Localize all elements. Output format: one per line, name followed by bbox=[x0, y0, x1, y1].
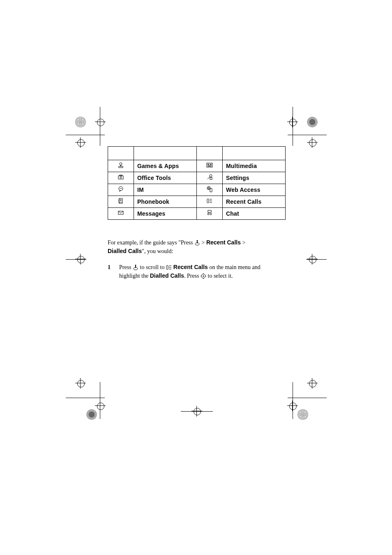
table-row: Office Tools Settings bbox=[108, 172, 286, 184]
phonebook-icon bbox=[118, 198, 124, 204]
text: Press bbox=[119, 264, 133, 270]
svg-rect-26 bbox=[135, 265, 136, 268]
joystick-icon bbox=[118, 162, 124, 168]
crosshair-icon bbox=[95, 401, 106, 411]
svg-point-21 bbox=[210, 213, 212, 215]
center-key-icon bbox=[201, 273, 206, 279]
registration-bar bbox=[288, 398, 327, 398]
menu-label: Messages bbox=[137, 210, 166, 217]
svg-point-9 bbox=[120, 177, 122, 178]
svg-rect-6 bbox=[208, 166, 212, 166]
menu-label: Multimedia bbox=[226, 163, 257, 169]
text: to scroll to bbox=[138, 264, 166, 270]
svg-point-13 bbox=[120, 188, 120, 189]
nav-key-icon bbox=[194, 240, 200, 245]
crosshair-icon bbox=[307, 137, 318, 148]
body-text: For example, if the guide says "Press > … bbox=[108, 238, 264, 280]
svg-point-20 bbox=[208, 213, 209, 215]
registration-bar bbox=[66, 135, 105, 135]
registration-disc bbox=[86, 409, 97, 420]
menu-label: Games & Apps bbox=[137, 163, 179, 169]
multimedia-icon bbox=[206, 162, 213, 168]
menu-label: Phonebook bbox=[137, 198, 169, 205]
registration-disc bbox=[75, 117, 86, 127]
text: > bbox=[241, 240, 245, 246]
speech-bubble-icon bbox=[118, 186, 124, 192]
bold-text: Dialled Calls bbox=[108, 248, 142, 254]
step-number: 1 bbox=[108, 263, 119, 280]
text: to select it. bbox=[206, 273, 233, 279]
svg-rect-8 bbox=[120, 175, 122, 176]
envelope-icon bbox=[118, 210, 124, 216]
registration-bar bbox=[181, 411, 213, 412]
svg-point-18 bbox=[120, 200, 122, 201]
handset-log-icon bbox=[206, 198, 213, 204]
registration-bar bbox=[306, 259, 327, 260]
crosshair-icon bbox=[287, 401, 298, 411]
svg-point-14 bbox=[120, 188, 121, 189]
svg-rect-22 bbox=[208, 210, 211, 212]
registration-bar bbox=[66, 398, 105, 398]
text: > bbox=[200, 240, 206, 246]
text: ", you would: bbox=[142, 248, 173, 254]
table-header-row bbox=[108, 147, 286, 160]
crosshair-icon bbox=[95, 117, 106, 127]
bold-text: Recent Calls bbox=[172, 264, 208, 270]
menu-icon-table: Games & Apps Multimedia Office Tools Set… bbox=[108, 146, 286, 220]
table-row: IM Web Access bbox=[108, 184, 286, 196]
menu-label: Recent Calls bbox=[226, 198, 261, 205]
briefcase-icon bbox=[118, 174, 124, 180]
table-row: Messages Chat bbox=[108, 208, 286, 220]
registration-bar bbox=[100, 107, 100, 146]
tools-icon bbox=[206, 174, 213, 180]
crosshair-icon bbox=[75, 378, 86, 389]
step-1: 1 Press to scroll to Recent Calls on the… bbox=[108, 263, 264, 280]
svg-rect-3 bbox=[207, 163, 212, 167]
menu-label: Chat bbox=[226, 210, 239, 217]
table-row: Games & Apps Multimedia bbox=[108, 160, 286, 172]
example-paragraph: For example, if the guide says "Press > … bbox=[108, 238, 264, 256]
crosshair-icon bbox=[75, 137, 86, 148]
menu-label: Web Access bbox=[226, 187, 261, 193]
svg-point-15 bbox=[121, 188, 122, 189]
menu-label: Office Tools bbox=[137, 175, 171, 181]
people-chat-icon bbox=[206, 210, 213, 216]
svg-rect-5 bbox=[210, 164, 212, 165]
bold-text: Recent Calls bbox=[206, 239, 241, 246]
registration-bar bbox=[288, 135, 327, 135]
text: For example, if the guide says "Press bbox=[108, 240, 194, 246]
svg-rect-7 bbox=[118, 176, 123, 179]
registration-bar bbox=[66, 259, 86, 260]
registration-disc bbox=[307, 117, 318, 127]
text: . Press bbox=[184, 273, 201, 279]
svg-rect-4 bbox=[208, 164, 209, 165]
globe-phone-icon bbox=[206, 186, 213, 192]
svg-rect-24 bbox=[197, 241, 198, 243]
bold-text: Dialled Calls bbox=[150, 272, 184, 279]
svg-point-10 bbox=[210, 175, 212, 177]
table-row: Phonebook Recent Calls bbox=[108, 196, 286, 208]
crosshair-icon bbox=[307, 378, 318, 389]
registration-disc bbox=[297, 409, 308, 420]
menu-label: Settings bbox=[226, 175, 249, 181]
svg-rect-11 bbox=[210, 177, 212, 180]
handset-log-icon bbox=[166, 264, 172, 270]
svg-point-28 bbox=[203, 276, 204, 277]
svg-rect-2 bbox=[119, 166, 123, 168]
menu-label: IM bbox=[137, 187, 144, 193]
svg-point-0 bbox=[120, 163, 122, 165]
nav-key-icon bbox=[133, 264, 138, 270]
registration-bar bbox=[293, 107, 293, 146]
